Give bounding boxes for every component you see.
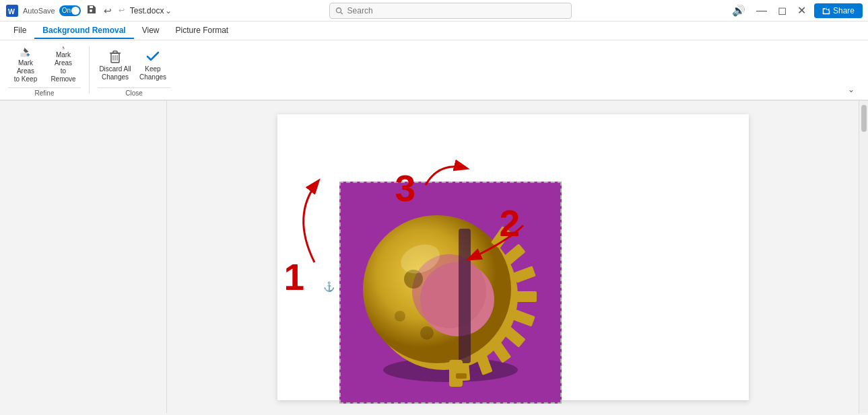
annotation-2: 2 — [500, 202, 521, 245]
svg-text:W: W — [8, 7, 15, 15]
left-panel — [0, 101, 167, 414]
mark-areas-to-remove-label: Mark Areasto Remove — [47, 51, 79, 83]
title-bar-right: 🔊 ― ◻ ✕ Share — [729, 1, 863, 20]
autosave-label: AutoSave — [23, 7, 55, 15]
share-button[interactable]: Share — [814, 3, 863, 18]
mark-areas-to-remove-button[interactable]: Mark Areasto Remove — [46, 43, 81, 86]
checkmark-icon — [145, 48, 161, 64]
title-bar-center — [177, 3, 724, 19]
doc-area: ⚓ — [167, 101, 859, 414]
close-group-label: Close — [98, 87, 170, 97]
tab-file[interactable]: File — [5, 23, 34, 39]
tab-view[interactable]: View — [134, 23, 168, 39]
right-scrollbar[interactable] — [859, 101, 868, 414]
autosave-toggle[interactable]: On — [59, 5, 81, 16]
close-button[interactable]: ✕ — [795, 1, 809, 20]
discard-all-changes-label: Discard AllChanges — [99, 65, 131, 81]
ribbon-group-close-buttons: Discard AllChanges KeepChanges — [98, 43, 170, 86]
ribbon-group-close: Discard AllChanges KeepChanges Close — [98, 43, 170, 97]
search-input[interactable] — [347, 6, 566, 15]
speaker-button[interactable]: 🔊 — [729, 1, 748, 20]
ribbon-toolbar: Mark Areasto Keep Mark Areasto Remove Re… — [0, 40, 868, 101]
discard-all-changes-button[interactable]: Discard AllChanges — [98, 43, 133, 86]
autosave-state: On — [62, 7, 71, 14]
app-logo: W — [5, 4, 19, 17]
annotation-3: 3 — [395, 167, 416, 210]
tab-background-removal[interactable]: Background Removal — [34, 23, 133, 39]
trash-icon — [107, 48, 123, 64]
svg-point-32 — [420, 326, 434, 340]
image-container[interactable] — [339, 182, 562, 404]
doc-title-chevron[interactable]: ⌄ — [165, 6, 172, 15]
undo-button[interactable]: ↩ — [102, 4, 113, 17]
doc-title: Test.docx ⌄ — [130, 6, 172, 15]
ribbon-divider-1 — [89, 46, 90, 93]
title-bar-left: W AutoSave On ↩ ↩ Test.docx ⌄ — [5, 3, 172, 18]
tab-picture-format[interactable]: Picture Format — [168, 23, 237, 39]
title-bar: W AutoSave On ↩ ↩ Test.docx ⌄ 🔊 — [0, 0, 868, 22]
keep-changes-button[interactable]: KeepChanges — [135, 43, 170, 86]
ribbon-group-refine-buttons: Mark Areasto Keep Mark Areasto Remove — [8, 43, 81, 86]
keep-changes-label: KeepChanges — [139, 65, 166, 81]
svg-rect-36 — [456, 373, 467, 379]
save-button[interactable] — [85, 3, 98, 18]
refine-group-label: Refine — [8, 87, 81, 97]
svg-rect-22 — [516, 291, 537, 302]
anchor-icon: ⚓ — [323, 281, 335, 292]
svg-rect-4 — [21, 53, 28, 57]
svg-rect-7 — [62, 48, 65, 50]
image-background — [339, 182, 562, 404]
main-area: ⚓ — [0, 101, 868, 414]
svg-point-2 — [337, 7, 341, 12]
pencil-minus-icon — [55, 46, 71, 50]
annotation-1: 1 — [284, 256, 305, 299]
pencil-plus-icon — [18, 46, 34, 58]
ribbon-group-refine: Mark Areasto Keep Mark Areasto Remove Re… — [8, 43, 81, 97]
svg-point-33 — [395, 311, 405, 322]
gear-image — [349, 192, 552, 393]
minimize-button[interactable]: ― — [754, 2, 770, 20]
share-icon — [822, 7, 830, 15]
svg-rect-30 — [459, 229, 471, 363]
doc-page: ⚓ — [277, 114, 749, 400]
svg-rect-11 — [113, 51, 117, 53]
restore-button[interactable]: ◻ — [775, 1, 789, 20]
redo-button[interactable]: ↩ — [117, 5, 126, 16]
mark-areas-to-keep-button[interactable]: Mark Areasto Keep — [8, 43, 43, 86]
search-box[interactable] — [329, 3, 572, 19]
scrollbar-thumb[interactable] — [861, 105, 867, 132]
search-icon — [335, 7, 343, 15]
svg-line-3 — [341, 12, 343, 14]
ribbon-collapse-button[interactable]: ⌄ — [842, 82, 860, 97]
mark-areas-to-keep-label: Mark Areasto Keep — [9, 59, 42, 83]
ribbon-tabs: File Background Removal View Picture For… — [0, 22, 868, 40]
